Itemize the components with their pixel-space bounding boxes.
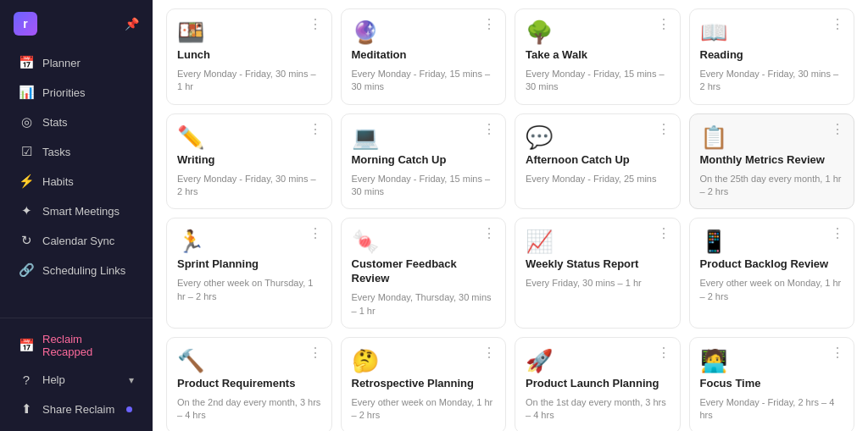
help-label: Help bbox=[42, 373, 65, 386]
habit-card-product-backlog-review[interactable]: ⋮ 📱 Product Backlog Review Every other w… bbox=[689, 218, 855, 329]
card-menu-product-launch-planning[interactable]: ⋮ bbox=[657, 346, 671, 360]
sidebar-item-habits[interactable]: ⚡ Habits bbox=[5, 167, 147, 196]
card-menu-sprint-planning[interactable]: ⋮ bbox=[309, 227, 323, 240]
share-reclaim-label: Share Reclaim bbox=[42, 403, 114, 416]
stats-icon: ◎ bbox=[19, 114, 34, 130]
card-menu-monthly-metrics-review[interactable]: ⋮ bbox=[831, 123, 845, 136]
sidebar-item-calendar-sync[interactable]: ↻ Calendar Sync bbox=[5, 226, 147, 255]
habit-card-sprint-planning[interactable]: ⋮ 🏃 Sprint Planning Every other week on … bbox=[166, 218, 332, 329]
share-reclaim-icon: ⬆ bbox=[19, 401, 34, 417]
habit-subtitle-afternoon-catch-up: Every Monday - Friday, 25 mins bbox=[526, 173, 670, 185]
sidebar-item-reclaim-recapped[interactable]: 📅 Reclaim Recapped bbox=[5, 326, 147, 365]
share-dot bbox=[126, 406, 132, 412]
priorities-icon: 📊 bbox=[19, 85, 34, 100]
card-menu-lunch[interactable]: ⋮ bbox=[309, 18, 323, 31]
sidebar-bottom: 📅 Reclaim Recapped ? Help ▾ ⬆ Share Recl… bbox=[0, 318, 153, 431]
habit-subtitle-writing: Every Monday - Friday, 30 mins – 2 hrs bbox=[177, 173, 321, 199]
habit-card-writing[interactable]: ⋮ ✏️ Writing Every Monday - Friday, 30 m… bbox=[166, 113, 332, 210]
sidebar-item-tasks[interactable]: ☑ Tasks bbox=[5, 137, 147, 166]
scheduling-links-icon: 🔗 bbox=[19, 262, 34, 278]
habit-card-product-requirements[interactable]: ⋮ 🔨 Product Requirements On the 2nd day … bbox=[166, 337, 332, 431]
scheduling-links-label: Scheduling Links bbox=[42, 264, 125, 277]
sidebar-item-priorities[interactable]: 📊 Priorities bbox=[5, 78, 147, 107]
sidebar-nav: 📅 Planner 📊 Priorities ◎ Stats ☑ Tasks ⚡… bbox=[0, 44, 153, 318]
habit-title-take-a-walk: Take a Walk bbox=[526, 48, 670, 63]
habit-card-product-launch-planning[interactable]: ⋮ 🚀 Product Launch Planning On the 1st d… bbox=[515, 337, 681, 431]
habit-icon-sprint-planning: 🏃 bbox=[177, 230, 321, 252]
habit-card-morning-catch-up[interactable]: ⋮ 💻 Morning Catch Up Every Monday - Frid… bbox=[341, 113, 507, 210]
habit-title-lunch: Lunch bbox=[177, 48, 321, 63]
habit-title-reading: Reading bbox=[700, 48, 844, 63]
sidebar-item-help[interactable]: ? Help ▾ bbox=[5, 366, 147, 394]
habit-card-weekly-status-report[interactable]: ⋮ 📈 Weekly Status Report Every Friday, 3… bbox=[515, 218, 681, 329]
habit-title-morning-catch-up: Morning Catch Up bbox=[352, 153, 496, 168]
card-menu-afternoon-catch-up[interactable]: ⋮ bbox=[657, 123, 671, 136]
habit-icon-afternoon-catch-up: 💬 bbox=[526, 126, 670, 148]
card-menu-product-backlog-review[interactable]: ⋮ bbox=[831, 227, 845, 240]
pin-icon[interactable]: 📌 bbox=[125, 17, 139, 30]
logo-icon: r bbox=[14, 12, 37, 36]
habit-subtitle-meditation: Every Monday - Friday, 15 mins – 30 mins bbox=[352, 68, 496, 94]
habit-card-lunch[interactable]: ⋮ 🍱 Lunch Every Monday - Friday, 30 mins… bbox=[166, 8, 332, 105]
habit-subtitle-product-requirements: On the 2nd day every month, 3 hrs – 4 hr… bbox=[177, 396, 321, 423]
habit-card-customer-feedback-review[interactable]: ⋮ 🍬 Customer Feedback Review Every Monda… bbox=[341, 218, 507, 329]
habit-card-afternoon-catch-up[interactable]: ⋮ 💬 Afternoon Catch Up Every Monday - Fr… bbox=[515, 113, 681, 210]
habit-card-focus-time[interactable]: ⋮ 🧑‍💻 Focus Time Every Monday - Friday, … bbox=[689, 337, 855, 431]
card-menu-writing[interactable]: ⋮ bbox=[309, 123, 323, 136]
habit-subtitle-lunch: Every Monday - Friday, 30 mins – 1 hr bbox=[177, 68, 321, 94]
sidebar-item-planner[interactable]: 📅 Planner bbox=[5, 48, 147, 77]
habit-title-afternoon-catch-up: Afternoon Catch Up bbox=[526, 153, 670, 168]
card-menu-focus-time[interactable]: ⋮ bbox=[831, 346, 845, 360]
planner-icon: 📅 bbox=[19, 55, 34, 70]
habits-grid: ⋮ 🍱 Lunch Every Monday - Friday, 30 mins… bbox=[166, 0, 854, 431]
main-panel: ⋮ 🍱 Lunch Every Monday - Friday, 30 mins… bbox=[153, 0, 868, 431]
habit-title-product-backlog-review: Product Backlog Review bbox=[700, 257, 844, 272]
habit-icon-retrospective-planning: 🤔 bbox=[352, 350, 496, 372]
habit-card-retrospective-planning[interactable]: ⋮ 🤔 Retrospective Planning Every other w… bbox=[341, 337, 507, 431]
habit-subtitle-retrospective-planning: Every other week on Monday, 1 hr – 2 hrs bbox=[352, 396, 496, 423]
stats-label: Stats bbox=[42, 116, 68, 129]
sidebar-item-share-reclaim[interactable]: ⬆ Share Reclaim bbox=[5, 395, 147, 423]
habit-subtitle-reading: Every Monday - Friday, 30 mins – 2 hrs bbox=[700, 68, 844, 94]
habit-title-product-launch-planning: Product Launch Planning bbox=[526, 377, 670, 391]
habit-card-meditation[interactable]: ⋮ 🔮 Meditation Every Monday - Friday, 15… bbox=[341, 8, 507, 105]
calendar-sync-icon: ↻ bbox=[19, 233, 34, 248]
habit-icon-reading: 📖 bbox=[700, 21, 844, 43]
habit-icon-product-launch-planning: 🚀 bbox=[526, 350, 670, 372]
card-menu-morning-catch-up[interactable]: ⋮ bbox=[482, 123, 497, 136]
card-menu-meditation[interactable]: ⋮ bbox=[482, 18, 497, 31]
card-menu-product-requirements[interactable]: ⋮ bbox=[309, 346, 323, 360]
reclaim-recapped-label: Reclaim Recapped bbox=[42, 333, 134, 358]
habit-title-focus-time: Focus Time bbox=[700, 377, 844, 391]
card-menu-take-a-walk[interactable]: ⋮ bbox=[657, 18, 671, 31]
sidebar-logo: r 📌 bbox=[0, 0, 153, 44]
habit-icon-focus-time: 🧑‍💻 bbox=[700, 350, 844, 372]
card-menu-weekly-status-report[interactable]: ⋮ bbox=[657, 227, 671, 240]
habit-card-take-a-walk[interactable]: ⋮ 🌳 Take a Walk Every Monday - Friday, 1… bbox=[515, 8, 681, 105]
habit-icon-monthly-metrics-review: 📋 bbox=[700, 126, 844, 148]
habit-icon-meditation: 🔮 bbox=[352, 21, 496, 43]
habit-subtitle-product-backlog-review: Every other week on Monday, 1 hr – 2 hrs bbox=[700, 277, 844, 303]
card-menu-retrospective-planning[interactable]: ⋮ bbox=[482, 346, 497, 360]
smart-meetings-label: Smart Meetings bbox=[42, 205, 120, 218]
habit-title-customer-feedback-review: Customer Feedback Review bbox=[352, 257, 496, 286]
smart-meetings-icon: ✦ bbox=[19, 203, 34, 218]
habit-title-monthly-metrics-review: Monthly Metrics Review bbox=[700, 153, 844, 168]
habit-card-reading[interactable]: ⋮ 📖 Reading Every Monday - Friday, 30 mi… bbox=[689, 8, 855, 105]
tasks-label: Tasks bbox=[42, 146, 70, 158]
habits-icon: ⚡ bbox=[19, 174, 34, 189]
habit-icon-customer-feedback-review: 🍬 bbox=[352, 230, 496, 252]
habit-subtitle-focus-time: Every Monday - Friday, 2 hrs – 4 hrs bbox=[700, 396, 844, 423]
habit-subtitle-weekly-status-report: Every Friday, 30 mins – 1 hr bbox=[526, 277, 670, 290]
sidebar-item-stats[interactable]: ◎ Stats bbox=[5, 108, 147, 136]
habit-icon-product-requirements: 🔨 bbox=[177, 350, 321, 372]
habit-card-monthly-metrics-review[interactable]: ⋮ 📋 Monthly Metrics Review On the 25th d… bbox=[689, 113, 855, 210]
habit-icon-weekly-status-report: 📈 bbox=[526, 230, 670, 252]
habit-title-sprint-planning: Sprint Planning bbox=[177, 257, 321, 272]
sidebar-item-smart-meetings[interactable]: ✦ Smart Meetings bbox=[5, 196, 147, 225]
card-menu-customer-feedback-review[interactable]: ⋮ bbox=[482, 227, 497, 240]
habit-subtitle-morning-catch-up: Every Monday - Friday, 15 mins – 30 mins bbox=[352, 173, 496, 199]
card-menu-reading[interactable]: ⋮ bbox=[831, 18, 845, 31]
sidebar-item-scheduling-links[interactable]: 🔗 Scheduling Links bbox=[5, 256, 147, 285]
habit-icon-product-backlog-review: 📱 bbox=[700, 230, 844, 252]
